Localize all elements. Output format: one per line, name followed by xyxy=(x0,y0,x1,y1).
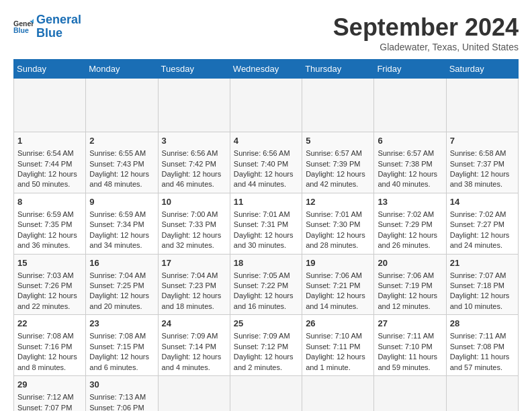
sunrise-label: Sunrise: 7:11 AM xyxy=(450,332,506,340)
daylight-label: Daylight: 12 hours and 48 minutes. xyxy=(89,170,149,188)
calendar-cell xyxy=(302,376,374,412)
calendar-cell: 1 Sunrise: 6:54 AM Sunset: 7:44 PM Dayli… xyxy=(14,132,86,193)
sunset-label: Sunset: 7:43 PM xyxy=(89,160,144,168)
daylight-label: Daylight: 12 hours and 1 minute. xyxy=(306,353,365,371)
day-number: 25 xyxy=(234,318,298,330)
sunset-label: Sunset: 7:30 PM xyxy=(306,220,360,228)
daylight-label: Daylight: 11 hours and 57 minutes. xyxy=(450,353,510,371)
day-number: 18 xyxy=(234,257,298,269)
daylight-label: Daylight: 11 hours and 59 minutes. xyxy=(378,353,437,371)
col-sunday: Sunday xyxy=(14,60,86,79)
sunset-label: Sunset: 7:34 PM xyxy=(89,220,144,228)
header-row: Sunday Monday Tuesday Wednesday Thursday… xyxy=(14,60,519,79)
calendar-cell: 2 Sunrise: 6:55 AM Sunset: 7:43 PM Dayli… xyxy=(86,132,158,193)
calendar-cell xyxy=(446,79,518,132)
calendar-cell: 5 Sunrise: 6:57 AM Sunset: 7:39 PM Dayli… xyxy=(302,132,374,193)
calendar-cell: 14 Sunrise: 7:02 AM Sunset: 7:27 PM Dayl… xyxy=(446,193,518,254)
sunrise-label: Sunrise: 6:57 AM xyxy=(378,149,434,157)
calendar-cell xyxy=(158,376,230,412)
day-number: 9 xyxy=(89,196,154,208)
calendar-cell: 24 Sunrise: 7:09 AM Sunset: 7:14 PM Dayl… xyxy=(158,315,230,376)
daylight-label: Daylight: 12 hours and 46 minutes. xyxy=(162,170,222,188)
sunrise-label: Sunrise: 7:06 AM xyxy=(306,271,362,279)
calendar-cell xyxy=(14,79,86,132)
calendar-cell: 22 Sunrise: 7:08 AM Sunset: 7:16 PM Dayl… xyxy=(14,315,86,376)
sunset-label: Sunset: 7:33 PM xyxy=(162,220,216,228)
sunrise-label: Sunrise: 7:09 AM xyxy=(162,332,218,340)
logo-general: General xyxy=(36,13,81,26)
daylight-label: Daylight: 12 hours and 40 minutes. xyxy=(378,170,437,188)
daylight-label: Daylight: 12 hours and 22 minutes. xyxy=(17,291,77,310)
calendar-row xyxy=(14,79,519,132)
sunset-label: Sunset: 7:15 PM xyxy=(89,342,144,351)
col-tuesday: Tuesday xyxy=(158,60,230,79)
calendar-cell xyxy=(86,79,158,132)
sunset-label: Sunset: 7:11 PM xyxy=(306,342,360,351)
sunset-label: Sunset: 7:40 PM xyxy=(234,160,288,168)
sunrise-label: Sunrise: 6:59 AM xyxy=(89,210,146,218)
sunrise-label: Sunrise: 7:09 AM xyxy=(234,332,290,340)
sunrise-label: Sunrise: 7:05 AM xyxy=(234,271,290,279)
calendar-cell: 17 Sunrise: 7:04 AM Sunset: 7:23 PM Dayl… xyxy=(158,254,230,315)
calendar-cell: 3 Sunrise: 6:56 AM Sunset: 7:42 PM Dayli… xyxy=(158,132,230,193)
day-number: 30 xyxy=(89,379,154,391)
daylight-label: Daylight: 12 hours and 28 minutes. xyxy=(306,231,365,249)
calendar-cell: 12 Sunrise: 7:01 AM Sunset: 7:30 PM Dayl… xyxy=(302,193,374,254)
day-number: 11 xyxy=(234,196,298,208)
sunrise-label: Sunrise: 7:04 AM xyxy=(162,271,218,279)
daylight-label: Daylight: 12 hours and 26 minutes. xyxy=(378,231,437,249)
calendar-cell xyxy=(374,79,446,132)
sunset-label: Sunset: 7:42 PM xyxy=(162,160,216,168)
day-number: 14 xyxy=(450,196,515,208)
day-number: 13 xyxy=(378,196,442,208)
day-number: 28 xyxy=(450,318,515,330)
calendar-cell: 29 Sunrise: 7:12 AM Sunset: 7:07 PM Dayl… xyxy=(14,376,86,412)
daylight-label: Daylight: 12 hours and 24 minutes. xyxy=(450,231,510,249)
calendar-row: 22 Sunrise: 7:08 AM Sunset: 7:16 PM Dayl… xyxy=(14,315,519,376)
calendar-cell: 8 Sunrise: 6:59 AM Sunset: 7:35 PM Dayli… xyxy=(14,193,86,254)
title-block: September 2024 Gladewater, Texas, United… xyxy=(333,13,519,52)
sunrise-label: Sunrise: 6:56 AM xyxy=(234,149,290,157)
day-number: 4 xyxy=(234,135,298,147)
daylight-label: Daylight: 12 hours and 12 minutes. xyxy=(378,291,437,310)
sunset-label: Sunset: 7:21 PM xyxy=(306,281,360,289)
sunset-label: Sunset: 7:16 PM xyxy=(17,342,72,351)
col-thursday: Thursday xyxy=(302,60,374,79)
sunrise-label: Sunrise: 7:03 AM xyxy=(17,271,74,279)
calendar-cell: 7 Sunrise: 6:58 AM Sunset: 7:37 PM Dayli… xyxy=(446,132,518,193)
sunset-label: Sunset: 7:37 PM xyxy=(450,160,504,168)
sunset-label: Sunset: 7:35 PM xyxy=(17,220,72,228)
calendar-cell: 13 Sunrise: 7:02 AM Sunset: 7:29 PM Dayl… xyxy=(374,193,446,254)
calendar-cell: 28 Sunrise: 7:11 AM Sunset: 7:08 PM Dayl… xyxy=(446,315,518,376)
daylight-label: Daylight: 12 hours and 16 minutes. xyxy=(234,291,294,310)
sunset-label: Sunset: 7:29 PM xyxy=(378,220,432,228)
sunset-label: Sunset: 7:19 PM xyxy=(378,281,432,289)
day-number: 1 xyxy=(17,135,82,147)
svg-text:Blue: Blue xyxy=(13,26,29,34)
sunrise-label: Sunrise: 6:58 AM xyxy=(450,149,506,157)
calendar-cell: 9 Sunrise: 6:59 AM Sunset: 7:34 PM Dayli… xyxy=(86,193,158,254)
sunrise-label: Sunrise: 7:02 AM xyxy=(378,210,434,218)
sunset-label: Sunset: 7:44 PM xyxy=(17,160,72,168)
daylight-label: Daylight: 12 hours and 14 minutes. xyxy=(306,291,365,310)
daylight-label: Daylight: 12 hours and 44 minutes. xyxy=(234,170,294,188)
calendar-cell xyxy=(158,79,230,132)
col-friday: Friday xyxy=(374,60,446,79)
sunrise-label: Sunrise: 7:11 AM xyxy=(378,332,434,340)
sunrise-label: Sunrise: 6:54 AM xyxy=(17,149,74,157)
sunrise-label: Sunrise: 7:06 AM xyxy=(378,271,434,279)
day-number: 23 xyxy=(89,318,154,330)
calendar-cell xyxy=(230,376,302,412)
sunrise-label: Sunrise: 7:13 AM xyxy=(89,393,146,401)
day-number: 27 xyxy=(378,318,442,330)
sunset-label: Sunset: 7:22 PM xyxy=(234,281,288,289)
day-number: 20 xyxy=(378,257,442,269)
page-header: General Blue General Blue September 2024… xyxy=(13,13,519,52)
sunrise-label: Sunrise: 7:00 AM xyxy=(162,210,218,218)
sunrise-label: Sunrise: 7:02 AM xyxy=(450,210,506,218)
daylight-label: Daylight: 12 hours and 42 minutes. xyxy=(306,170,365,188)
daylight-label: Daylight: 12 hours and 2 minutes. xyxy=(234,353,294,371)
sunset-label: Sunset: 7:12 PM xyxy=(234,342,288,351)
daylight-label: Daylight: 12 hours and 32 minutes. xyxy=(162,231,222,249)
sunset-label: Sunset: 7:27 PM xyxy=(450,220,504,228)
